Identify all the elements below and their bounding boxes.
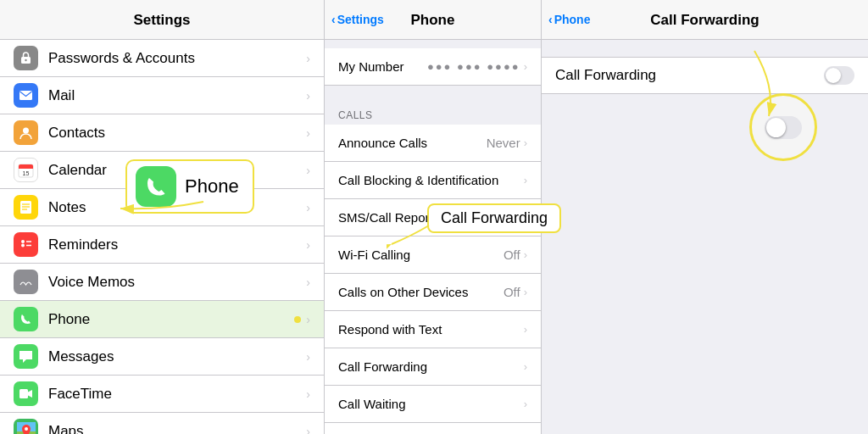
call-blocking-chevron: › [524,174,527,186]
announce-calls-chevron: › [524,136,527,149]
calls-section-label: CALLS [325,103,541,125]
back-label: Settings [337,13,384,26]
settings-item-reminders[interactable]: Reminders › [0,226,324,264]
reminders-chevron: › [306,238,310,252]
call-waiting-chevron: › [524,398,527,410]
contacts-icon [14,120,38,145]
back-chevron-icon: ‹ [331,13,336,26]
phone-small-icon [14,307,38,331]
maps-chevron: › [306,425,310,435]
calendar-icon: 15 [14,158,38,182]
settings-title: Settings [0,0,324,40]
call-forwarding-panel: ‹ Phone Call Forwarding Call Forwarding [542,0,868,434]
right-back-chevron-icon: ‹ [548,13,553,26]
contacts-chevron: › [306,126,310,140]
show-caller-id-item[interactable]: Show My Caller ID › [325,423,541,434]
calls-other-devices-value: Off [504,285,520,299]
reminders-label: Reminders [48,236,306,253]
call-blocking-label: Call Blocking & Identification [338,173,524,187]
wifi-calling-chevron: › [524,248,527,261]
announce-calls-label: Announce Calls [338,136,487,150]
phone-chevron: › [306,313,310,326]
respond-text-chevron: › [524,323,527,336]
call-forwarding-item[interactable]: Call Forwarding › [325,348,541,386]
my-number-item[interactable]: My Number ●●● ●●● ●●●● › [325,48,541,86]
cf-highlight-label: Call Forwarding [441,209,548,226]
calls-other-devices-item[interactable]: Calls on Other Devices Off › [325,274,541,311]
respond-text-label: Respond with Text [338,322,524,337]
phone-label: Phone [48,311,294,328]
toggle-large-icon [765,116,802,139]
right-back-label: Phone [554,13,591,26]
respond-text-item[interactable]: Respond with Text › [325,311,541,348]
phone-back-button[interactable]: ‹ Phone [548,13,590,26]
passwords-chevron: › [306,52,310,65]
call-forwarding-highlight-callout: Call Forwarding [427,203,561,233]
announce-calls-value: Never [487,136,520,150]
messages-label: Messages [48,348,306,365]
settings-item-contacts[interactable]: Contacts › [0,114,324,152]
svg-point-3 [23,128,29,134]
passwords-icon [14,46,38,70]
notes-chevron: › [306,201,310,214]
announce-calls-item[interactable]: Announce Calls Never › [325,125,541,162]
messages-chevron: › [306,350,310,364]
phone-panel-title: Phone [411,12,455,28]
spacer2 [325,86,541,103]
reminders-icon [14,232,38,257]
maps-icon [14,419,38,434]
settings-item-facetime[interactable]: FaceTime › [0,376,324,413]
contacts-label: Contacts [48,125,306,142]
wifi-calling-item[interactable]: Wi-Fi Calling Off › [325,236,541,274]
my-number-label: My Number [338,59,427,74]
phone-content: My Number ●●● ●●● ●●●● › CALLS Announce … [325,40,541,434]
calendar-chevron: › [306,164,310,177]
call-forwarding-row-label: Call Forwarding [555,67,824,84]
messages-icon [14,344,38,369]
settings-item-phone[interactable]: Phone › [0,301,324,338]
call-blocking-item[interactable]: Call Blocking & Identification › [325,162,541,199]
call-forwarding-chevron: › [524,360,527,373]
passwords-label: Passwords & Accounts [48,50,306,67]
settings-item-maps[interactable]: Maps › [0,413,324,434]
call-forwarding-header: ‹ Phone Call Forwarding [542,0,868,40]
phone-highlight-callout: Phone [125,159,254,214]
call-forwarding-title: Call Forwarding [650,12,759,28]
call-waiting-label: Call Waiting [338,397,524,411]
voice-memos-chevron: › [306,275,310,289]
facetime-icon [14,381,38,406]
call-forwarding-row[interactable]: Call Forwarding [542,57,868,94]
facetime-chevron: › [306,387,310,401]
mail-chevron: › [306,89,310,103]
call-waiting-item[interactable]: Call Waiting › [325,386,541,423]
voice-memos-icon [14,270,38,294]
svg-point-13 [21,244,25,248]
settings-item-voice-memos[interactable]: Voice Memos › [0,264,324,301]
calls-other-devices-label: Calls on Other Devices [338,285,504,299]
svg-rect-6 [19,166,33,169]
voice-memos-label: Voice Memos [48,274,306,291]
svg-point-20 [25,427,28,431]
settings-item-mail[interactable]: Mail › [0,77,324,114]
phone-highlight-icon [136,166,176,207]
mail-label: Mail [48,87,306,104]
notes-icon [14,195,38,220]
settings-back-button[interactable]: ‹ Settings [331,13,384,26]
settings-panel: Settings Passwords & Accounts › [0,0,325,434]
settings-item-passwords[interactable]: Passwords & Accounts › [0,40,324,77]
svg-text:15: 15 [23,170,30,176]
settings-item-messages[interactable]: Messages › [0,338,324,376]
calls-other-devices-chevron: › [524,286,527,298]
svg-point-1 [25,59,26,61]
spacer [325,40,541,48]
wifi-calling-label: Wi-Fi Calling [338,248,504,262]
my-number-chevron: › [524,60,527,73]
wifi-calling-value: Off [504,248,520,262]
facetime-label: FaceTime [48,386,306,403]
phone-dot-indicator [294,316,301,323]
svg-rect-16 [19,275,32,288]
call-forwarding-label: Call Forwarding [338,359,524,374]
toggle-circle-highlight [749,93,817,161]
settings-list: Passwords & Accounts › Mail › [0,40,324,434]
call-forwarding-toggle[interactable] [824,66,854,85]
